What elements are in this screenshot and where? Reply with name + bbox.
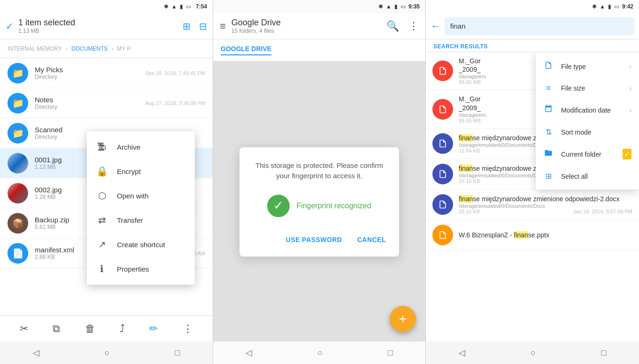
doc-icon [432,164,453,184]
list-item[interactable]: finanse międzynarodowe zmienione odpowie… [426,190,639,220]
drive-content: This storage is protected. Please confir… [213,62,425,341]
filter-item-file-size[interactable]: ≡ File size › [536,78,639,99]
mod-date-icon [543,105,554,115]
tab-bar-2: GOOGLE DRIVE [213,39,425,62]
zip-icon: 📦 [8,213,28,234]
ctx-label-shortcut: Create shortcut [117,241,165,249]
copy-icon[interactable]: ⧉ [53,323,60,335]
nav-bar-1: ◁ ○ □ [0,341,213,364]
file-type: Directory [35,104,139,110]
filter-item-current-folder[interactable]: Current folder ✓ [536,143,639,166]
ctx-item-shortcut[interactable]: ↗ Create shortcut [87,232,195,257]
item-info: W.6 BiznesplanZ - finanse.pptx [459,231,632,239]
more-icon[interactable]: ⋮ [183,323,193,335]
cut-icon[interactable]: ✂ [20,323,28,335]
edit-icon[interactable]: ✏ [149,323,158,335]
file-info: Notes Directory [35,96,139,110]
filter-item-select-all[interactable]: ⊞ Select all [536,166,639,187]
wifi-icon-3: ▲ [600,3,605,10]
item-meta: 20.15 KB Jan 18, 2014, 9:57:09 PM [459,209,632,214]
back-button-1[interactable]: ◁ [33,348,39,358]
grid-view-icon-2[interactable]: ⊟ [199,21,207,32]
ctx-item-encrypt[interactable]: 🔒 Encrypt [87,159,195,183]
breadcrumb-part1: INTERNAL MEMORY [8,46,62,52]
select-all-icon: ⊞ [543,172,554,181]
drive-title-group: Google Drive 15 folders, 4 files [231,18,377,34]
share-icon[interactable]: ⤴ [120,323,125,335]
nav-bar-3: ◁ ○ □ [426,341,639,364]
bluetooth-icon-2: ✱ [378,3,383,10]
item-size: 20.15 KB [459,178,480,184]
recent-button-1[interactable]: □ [175,348,180,358]
breadcrumb-1: INTERNAL MEMORY › DOCUMENTS › MY P [0,39,213,58]
filter-item-mod-date[interactable]: Modification date › [536,99,639,121]
filter-label-current-folder: Current folder [561,151,615,158]
breadcrumb-part2[interactable]: DOCUMENTS [71,46,108,52]
file-size-icon: ≡ [543,84,554,92]
arrow-icon-file-type: › [629,63,631,70]
signal-icon-2: ▮ [394,3,398,10]
arrow-icon-mod-date: › [629,106,631,114]
recent-button-2[interactable]: □ [388,348,393,358]
nav-bar-2: ◁ ○ □ [213,341,425,364]
list-item[interactable]: 📁 My Picks Directory Sep 29, 2018, 7:49:… [0,58,213,88]
back-icon-3[interactable]: ← [431,20,441,32]
fab-button[interactable]: + [390,306,416,332]
item-date: Jan 18, 2014, 9:57:09 PM [573,209,632,214]
check-icon-1: ✓ [6,21,14,32]
folder-icon: 📁 [8,93,28,114]
search-icon-2[interactable]: 🔍 [386,20,399,32]
open-with-icon: ⬡ [96,190,108,201]
ctx-item-properties[interactable]: ℹ Properties [87,257,195,281]
ctx-item-transfer[interactable]: ⇄ Transfer [87,208,195,232]
tab-google-drive[interactable]: GOOGLE DRIVE [221,45,271,55]
filter-item-sort-mode[interactable]: ⇅ Sort mode [536,121,639,143]
shortcut-icon: ↗ [96,239,108,250]
back-button-3[interactable]: ◁ [459,348,465,358]
delete-icon[interactable]: 🗑 [85,323,95,335]
hamburger-menu-icon[interactable]: ≡ [220,20,226,32]
item-size: 11.54 KB [459,148,480,153]
recent-button-3[interactable]: □ [601,348,606,358]
home-button-3[interactable]: ○ [531,348,536,358]
filter-label-file-size: File size [561,84,622,92]
ctx-label-archive: Archive [117,143,140,151]
wifi-icon-1: ▲ [171,3,177,10]
check-icon-current-folder: ✓ [623,149,631,159]
grid-view-icon-1[interactable]: ⊞ [183,21,191,32]
fp-dialog-message: This storage is protected. Please confir… [251,160,388,182]
back-button-2[interactable]: ◁ [246,348,252,358]
panel-google-drive: ✱ ▲ ▮ ▭ 9:35 ≡ Google Drive 15 folders, … [213,0,426,364]
time-display-2: 9:35 [408,3,420,10]
use-password-button[interactable]: USE PASSWORD [284,232,344,247]
list-item[interactable]: W.6 BiznesplanZ - finanse.pptx [426,220,639,250]
home-button-1[interactable]: ○ [105,348,110,358]
item-size: 20.15 KB [459,209,480,214]
status-bar-1: ✱ ▲ ▮ ▭ 7:54 [0,0,213,13]
ctx-label-encrypt: Encrypt [117,167,141,175]
home-button-2[interactable]: ○ [317,348,323,358]
list-item[interactable]: 📁 Notes Directory Aug 27, 2018, 3:36:08 … [0,88,213,118]
panel-file-manager: ✱ ▲ ▮ ▭ 7:54 ✓ 1 item selected 1.13 MB ⊞… [0,0,213,364]
image-icon [8,153,28,174]
ctx-item-archive[interactable]: 🗜 Archive [87,135,195,159]
folder-icon: 📁 [8,123,28,144]
file-date: Sep 29, 2018, 7:49:41 PM [145,70,205,76]
toolbar-1: ✓ 1 item selected 1.13 MB ⊞ ⊟ [0,13,213,39]
search-input-box[interactable]: finan [445,17,634,35]
item-name: W.6 BiznesplanZ - finanse.pptx [459,231,632,239]
cancel-button[interactable]: CANCEL [355,232,388,247]
battery-icon-2: ▭ [400,3,406,10]
filter-label-sort-mode: Sort mode [561,129,631,136]
more-icon-2[interactable]: ⋮ [408,20,419,32]
pdf-icon [432,99,453,120]
bottom-bar-1: ✂ ⧉ 🗑 ⤴ ✏ ⋮ [0,315,213,341]
ctx-item-open-with[interactable]: ⬡ Open with [87,183,195,208]
filter-item-file-type[interactable]: File type › [536,55,639,78]
time-display-1: 7:54 [196,3,207,10]
fp-dialog-buttons: USE PASSWORD CANCEL [251,232,388,247]
doc-icon [432,194,453,215]
search-value: finan [450,22,466,30]
image-icon [8,183,28,204]
archive-icon: 🗜 [96,142,108,152]
